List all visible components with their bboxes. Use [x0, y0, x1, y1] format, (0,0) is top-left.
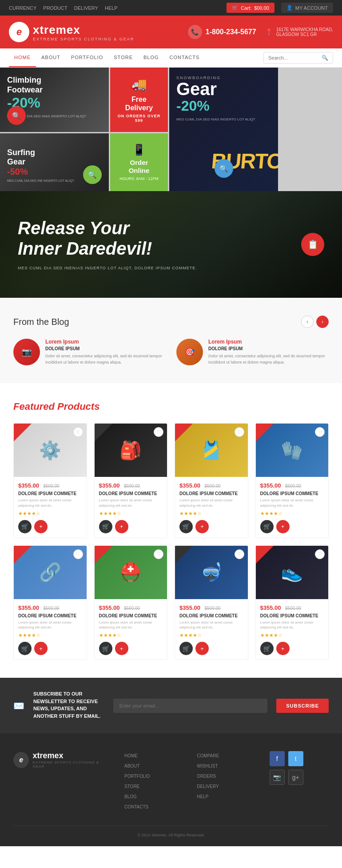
product-wishlist-8[interactable]: ♡ — [315, 549, 325, 559]
hero-action-button[interactable]: 📋 — [301, 233, 324, 256]
product-emoji-3: 🎽 — [200, 440, 223, 461]
footer-link-store[interactable]: STORE — [124, 784, 139, 789]
blog-next-button[interactable]: › — [316, 316, 329, 328]
tagline: EXTREME SPORTS CLOTHING & GEAR — [33, 37, 134, 41]
product-wishlist-5[interactable]: ♡ — [73, 549, 83, 559]
product-wishlist-6[interactable]: ♡ — [154, 549, 163, 559]
nav-home[interactable]: HOME — [9, 48, 36, 67]
logo[interactable]: e xtremex EXTREME SPORTS CLOTHING & GEAR — [9, 22, 134, 42]
product-emoji-8: 👟 — [281, 562, 303, 583]
delivery-orders: ON ORDERS OVER $99 — [115, 114, 163, 123]
product-price-5: $355.00 — [18, 604, 39, 611]
add-to-wishlist-1[interactable]: + — [34, 520, 48, 533]
add-to-wishlist-7[interactable]: + — [195, 642, 209, 655]
nav-store[interactable]: STORE — [108, 48, 138, 67]
product-info-7: $355.00 $500.00 DOLORE IPSUM COMMETE Lor… — [175, 599, 248, 660]
nav-about[interactable]: ABOUT — [36, 48, 66, 67]
surfing-search-button[interactable]: 🔍 — [83, 165, 102, 184]
product-image-3: 🎽 ♡ — [175, 424, 248, 477]
add-to-wishlist-8[interactable]: + — [276, 642, 290, 655]
delivery-link[interactable]: DELIVERY — [74, 5, 98, 11]
product-image-8: 👟 ♡ — [256, 546, 329, 599]
climbing-title: ClimbingFootwear — [7, 76, 102, 95]
footer-link-wishlist[interactable]: WISHLIST — [197, 764, 218, 768]
product-wishlist-4[interactable]: ♡ — [315, 427, 325, 437]
googleplus-button[interactable]: g+ — [288, 770, 303, 785]
account-label: MY ACCOUNT — [295, 5, 328, 11]
search-input[interactable] — [268, 55, 322, 60]
footer-link-help[interactable]: HELP — [197, 794, 208, 799]
help-link[interactable]: HELP — [105, 5, 118, 11]
snowboard-discount: -20% — [176, 98, 271, 114]
footer-link-home[interactable]: HOME — [124, 753, 138, 758]
product-wishlist-7[interactable]: ♡ — [235, 549, 244, 559]
add-to-wishlist-2[interactable]: + — [115, 520, 128, 533]
product-image-1: ⚙️ ♡ — [14, 424, 87, 477]
add-to-wishlist-6[interactable]: + — [115, 642, 128, 655]
product-emoji-7: 🤿 — [200, 562, 223, 583]
blog-header: From the Blog ‹ › — [13, 316, 329, 328]
product-card-8: 👟 ♡ $355.00 $500.00 DOLORE IPSUM COMMETE… — [255, 545, 329, 660]
footer-link-compare[interactable]: COMPARE — [197, 753, 219, 758]
cart-amount: $00.00 — [254, 5, 269, 11]
add-to-cart-7[interactable]: 🛒 — [179, 642, 193, 655]
footer-link-orders[interactable]: ORDERS — [197, 774, 216, 779]
climbing-search-button[interactable]: 🔍 — [7, 106, 26, 125]
product-price-6: $355.00 — [99, 604, 120, 611]
footer-link-contacts[interactable]: CONTACTS — [124, 804, 148, 809]
instagram-button[interactable]: 📷 — [270, 770, 285, 785]
account-button[interactable]: 👤 MY ACCOUNT — [281, 3, 333, 13]
footer-link-about[interactable]: ABOUT — [124, 764, 139, 768]
subscribe-button[interactable]: SUBSCRIBE — [276, 699, 329, 713]
footer-tagline: EXTREME SPORTS CLOTHING & GEAR — [32, 760, 111, 768]
newsletter-input[interactable] — [113, 699, 267, 713]
nav-contacts[interactable]: CONTACTS — [164, 48, 205, 67]
product-info-4: $355.00 $500.00 DOLORE IPSUM COMMETE Lor… — [256, 477, 329, 537]
product-stars-2: ★★★★☆ — [99, 511, 163, 516]
blog-prev-button[interactable]: ‹ — [301, 316, 314, 328]
cart-button[interactable]: 🛒 Cart: $00.00 — [227, 3, 274, 13]
location-icon: 📍 — [265, 28, 273, 36]
nav-portfolio[interactable]: PORTFOLIO — [66, 48, 108, 67]
add-to-cart-8[interactable]: 🛒 — [260, 642, 274, 655]
footer-link-blog[interactable]: BLOG — [124, 794, 137, 799]
blog-subtitle-2: DOLORE IPSUM — [208, 346, 329, 351]
add-to-cart-1[interactable]: 🛒 — [18, 520, 32, 533]
top-bar: CURRENCY PRODUCT DELIVERY HELP 🛒 Cart: $… — [0, 0, 342, 16]
add-to-wishlist-4[interactable]: + — [276, 520, 290, 533]
footer-link-portfolio[interactable]: PORTFOLIO — [124, 774, 150, 779]
footer-link-delivery[interactable]: DELIVERY — [197, 784, 219, 789]
surfing-title: SurfingGear — [7, 148, 102, 167]
blog-title: From the Blog — [13, 317, 69, 327]
footer-logo: e xtremex EXTREME SPORTS CLOTHING & GEAR — [13, 751, 111, 768]
add-to-cart-2[interactable]: 🛒 — [99, 520, 112, 533]
product-old-price-6: $500.00 — [124, 606, 140, 611]
footer-nav-links: HOME ABOUT PORTFOLIO STORE BLOG CONTACTS — [124, 751, 183, 812]
add-to-cart-4[interactable]: 🛒 — [260, 520, 274, 533]
product-wishlist-3[interactable]: ♡ — [235, 427, 244, 437]
nav-search[interactable]: 🔍 — [263, 52, 333, 64]
blog-post-2: 🎯 Lorem Ipsum DOLORE IPSUM Dolor sit ame… — [176, 339, 329, 365]
delivery-icon: 🚚 — [131, 77, 147, 92]
snowboard-search-button[interactable]: 🔍 — [215, 159, 233, 178]
cart-icon: 🛒 — [232, 5, 238, 11]
facebook-button[interactable]: f — [270, 751, 285, 766]
add-to-cart-6[interactable]: 🛒 — [99, 642, 112, 655]
currency-link[interactable]: CURRENCY — [9, 5, 36, 11]
top-bar-links: CURRENCY PRODUCT DELIVERY HELP — [9, 5, 118, 11]
add-to-cart-3[interactable]: 🛒 — [179, 520, 193, 533]
product-badge-6 — [95, 546, 112, 564]
add-to-wishlist-3[interactable]: + — [195, 520, 209, 533]
product-wishlist-1[interactable]: ♡ — [73, 427, 83, 437]
product-desc-2: Lorem ipsum dolor sit amet conse adipisc… — [99, 498, 163, 508]
add-to-cart-5[interactable]: 🛒 — [18, 642, 32, 655]
product-wishlist-2[interactable]: ♡ — [154, 427, 163, 437]
phone-block: 📞 1-800-234-5677 — [188, 25, 256, 39]
product-link[interactable]: PRODUCT — [43, 5, 67, 11]
phone-icon: 📞 — [188, 25, 202, 39]
product-actions-7: 🛒 + — [179, 642, 243, 655]
twitter-button[interactable]: t — [288, 751, 303, 766]
product-badge-4 — [256, 424, 274, 441]
nav-blog[interactable]: BLOG — [138, 48, 164, 67]
add-to-wishlist-5[interactable]: + — [34, 642, 48, 655]
